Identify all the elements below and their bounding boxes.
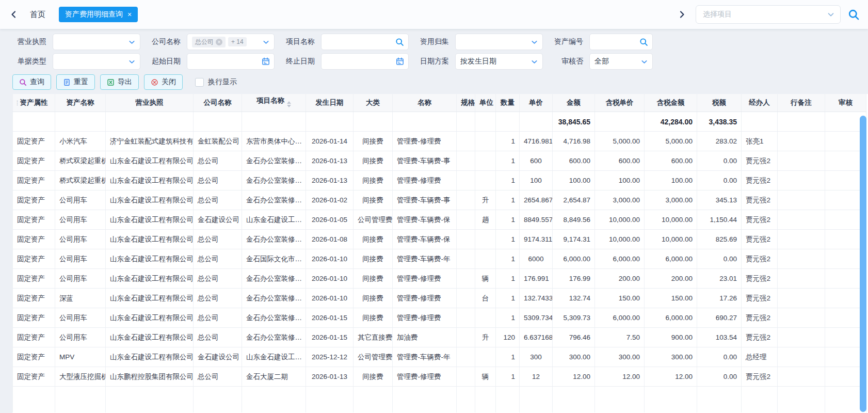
column-header-name: 资产名称 (55, 94, 106, 112)
cell-tax_price: 5,000.00 (595, 132, 645, 151)
chevron-down-icon (827, 10, 835, 19)
cell-tax_amount: 10,000.00 (645, 210, 697, 230)
sort-icon[interactable] (287, 99, 291, 109)
cell-project: 金石办公室装修… (242, 328, 306, 347)
table-row[interactable]: 固定资产大型液压挖掘机山东鹏程控股集团有限公司总公司金石大厦二期2026-01-… (13, 367, 866, 387)
filter-date-input[interactable] (321, 53, 409, 70)
cell-project: 金石办公室装修… (242, 289, 306, 308)
cell-project (242, 112, 306, 132)
column-header-handler: 经办人 (742, 94, 778, 112)
table-row[interactable]: 固定资产公司用车山东金石建设工程有限公司总公司金石办公室装修…2026-01-0… (13, 190, 866, 210)
tag-remove-icon[interactable]: × (216, 39, 222, 45)
cell-license: 山东金石建设工程有限公司 (106, 289, 194, 308)
cell-tax: 0.00 (697, 249, 742, 269)
cell-company: 总公司 (194, 269, 242, 289)
cell-unit: 升 (475, 190, 496, 210)
tab-active-label: 资产费用明细查询 (65, 10, 123, 19)
column-header-unit: 单位 (475, 94, 496, 112)
cell-name (55, 112, 106, 132)
table-row[interactable]: 固定资产MPV山东金石建设工程有限公司金石建设公司山东金石建设工…2025-12… (13, 347, 866, 367)
cell-note (778, 190, 825, 210)
cell-tax_amount: 900.00 (645, 328, 697, 347)
filter-date-input[interactable] (187, 53, 275, 70)
column-header-tax: 税额 (697, 94, 742, 112)
query-button[interactable]: 查询 (12, 74, 51, 90)
cell-project: 金石办公室装修… (242, 308, 306, 328)
filter-select[interactable]: 总公司×+ 14 (187, 34, 275, 50)
table-row[interactable]: 固定资产公司用车山东金石建设工程有限公司总公司金石办公室装修…2026-01-0… (13, 230, 866, 249)
cell-tax_price: 100.00 (595, 171, 645, 190)
column-header-audit: 审核 (825, 94, 866, 112)
global-search-button[interactable] (848, 9, 860, 21)
cell-project: 山东金石建设工… (242, 347, 306, 367)
table-row[interactable]: 固定资产公司用车山东金石建设工程有限公司总公司金石办公室装修…2026-01-1… (13, 328, 866, 347)
table-row[interactable]: 固定资产公司用车山东金石建设工程有限公司总公司金石办公室装修…2026-01-1… (13, 308, 866, 328)
table-row[interactable]: 固定资产小米汽车济宁金虹装配式建筑科技有金虹装配公司东营市奥体中心…2026-0… (13, 132, 866, 151)
close-button[interactable]: 关闭 (144, 74, 183, 90)
app-root: 首页 资产费用明细查询 × 选择项目 营业执照公司名称总公司×+ 14项目名称资… (0, 0, 868, 413)
cell-tax_price: 10,000.00 (595, 230, 645, 249)
table-row[interactable]: 固定资产公司用车山东金石建设工程有限公司总公司金石办公室装修…2026-01-1… (13, 269, 866, 289)
filter-select[interactable] (53, 34, 140, 50)
cell-expense: 管理费-修理费 (393, 367, 457, 387)
cell-note (778, 112, 825, 132)
cell-qty: 1 (496, 171, 520, 190)
filter-search-input[interactable] (321, 34, 409, 50)
export-button[interactable]: 导出 (100, 74, 139, 90)
cell-attr: 固定资产 (13, 171, 55, 190)
cell-tax: 690.27 (697, 308, 742, 328)
selected-tag-label: + 14 (231, 38, 244, 45)
cell-handler: 贾元强2 (742, 367, 778, 387)
tab-asset-expense-query[interactable]: 资产费用明细查询 × (59, 7, 138, 22)
column-header-label: 公司名称 (204, 99, 232, 106)
table-row[interactable]: 固定资产桥式双梁起重机山东金石建设工程有限公司总公司金石办公室装修…2026-0… (13, 151, 866, 171)
cell-note (778, 132, 825, 151)
table-row[interactable]: 固定资产深蓝山东金石建设工程有限公司总公司金石办公室装修…2026-01-10间… (13, 289, 866, 308)
reset-button[interactable]: 重置 (56, 74, 95, 90)
filter-select[interactable]: 按发生日期 (455, 53, 543, 70)
cell-category: 间接费 (353, 190, 393, 210)
filter-group: 单据类型 (10, 53, 140, 70)
cell-spec (457, 171, 475, 190)
chevron-down-icon (640, 58, 648, 66)
cell-license: 山东金石建设工程有限公司 (106, 151, 194, 171)
cell-expense: 加油费 (393, 328, 457, 347)
cell-project (242, 387, 306, 413)
chevron-down-icon (262, 38, 270, 46)
cell-category: 间接费 (353, 308, 393, 328)
column-header-label: 含税单价 (606, 99, 634, 106)
table-row[interactable]: 固定资产公司用车山东金石建设工程有限公司总公司金石国际文化市…2026-01-1… (13, 249, 866, 269)
cell-expense: 管理费-车辆费-保 (393, 210, 457, 230)
wrap-lines-checkbox[interactable] (195, 78, 204, 87)
column-header-license: 营业执照 (106, 94, 194, 112)
tab-close-icon[interactable]: × (127, 11, 132, 18)
filter-label: 营业执照 (10, 37, 46, 46)
cell-name: 公司用车 (55, 308, 106, 328)
cell-date: 2026-01-13 (306, 171, 353, 190)
cell-amount (553, 387, 595, 413)
cell-license: 山东鹏程控股集团有限公司 (106, 367, 194, 387)
project-select[interactable]: 选择项目 (696, 5, 841, 24)
cell-company: 金虹装配公司 (194, 132, 242, 151)
cell-tax: 103.54 (697, 328, 742, 347)
vertical-scrollbar-thumb[interactable] (860, 116, 866, 412)
filter-select[interactable] (455, 34, 543, 50)
drag-handle-icon[interactable]: ⋮⋮ (14, 100, 24, 106)
column-header-project[interactable]: 项目名称 (242, 94, 306, 112)
tab-home[interactable]: 首页 (30, 10, 45, 20)
cell-unit (475, 249, 496, 269)
filter-select[interactable] (53, 53, 140, 70)
cell-handler (742, 387, 778, 413)
filter-select[interactable]: 全部 (589, 53, 653, 70)
table-row[interactable]: 固定资产桥式双梁起重机山东金石建设工程有限公司总公司金石办公室装修…2026-0… (13, 171, 866, 190)
tabs-scroll-left-button[interactable] (8, 9, 20, 20)
cell-attr: 固定资产 (13, 249, 55, 269)
cell-tax: 3,438.35 (697, 112, 742, 132)
filter-search-input[interactable] (589, 34, 653, 50)
cell-spec (457, 347, 475, 367)
search-icon (639, 38, 648, 46)
expense-table: ⋮⋮资产属性资产名称营业执照公司名称项目名称发生日期大类名称规格单位数量单价金额… (12, 94, 866, 412)
table-row[interactable]: 固定资产公司用车山东金石建设工程有限公司金石建设公司山东金石建设工…2026-0… (13, 210, 866, 230)
cell-tax: 17.26 (697, 289, 742, 308)
tabs-scroll-right-button[interactable] (676, 9, 687, 20)
